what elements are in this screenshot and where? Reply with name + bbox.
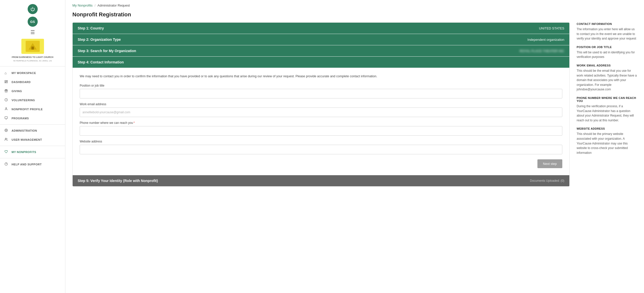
hamburger-menu[interactable]: ☰ <box>30 29 35 35</box>
right-section-phone: PHONE NUMBER WHERE WE CAN REACH YOU Duri… <box>577 96 637 123</box>
sidebar-divider-bottom <box>0 158 65 158</box>
right-section-contact: CONTACT INFORMATION The information you … <box>577 22 637 41</box>
breadcrumb-separator: / <box>95 4 96 7</box>
svg-rect-9 <box>5 117 8 119</box>
sidebar-item-nonprofit-profile[interactable]: NONPROFIT PROFILE <box>0 105 65 114</box>
administration-icon <box>5 129 9 133</box>
org-name: FROM DARKNESS TO LIGHT CHURCH <box>9 56 56 59</box>
step5-label: Step 5: Verify Your Identity (Role with … <box>78 179 158 183</box>
right-position-title: POSITION OR JOB TITLE <box>577 46 637 49</box>
phone-input[interactable] <box>80 126 562 136</box>
form-panel: Step 1: Country UNITED STATES Step 2: Or… <box>72 22 570 187</box>
step5-value: Documents Uploaded: (0) <box>530 179 564 182</box>
power-button[interactable] <box>28 4 38 14</box>
right-section-position: POSITION OR JOB TITLE This will be used … <box>577 46 637 59</box>
users-icon <box>5 138 9 142</box>
sidebar: GS ☰ FROM DARKNESS TO LIGHT CHURCH 50 FA… <box>0 0 65 293</box>
email-input[interactable] <box>80 107 562 117</box>
sidebar-divider-top <box>0 66 65 66</box>
svg-rect-5 <box>6 82 8 83</box>
org-logo <box>21 39 44 54</box>
sidebar-item-my-workspace[interactable]: ⌂ MY WORKSPACE <box>0 68 65 78</box>
org-logo-image <box>26 41 40 52</box>
email-label: Work email address <box>80 102 562 106</box>
step1-label: Step 1: Country <box>78 26 104 30</box>
sidebar-item-volunteering[interactable]: VOLUNTEERING <box>0 96 65 105</box>
breadcrumb: My Nonprofits / Administrator Request <box>65 0 644 9</box>
form-body: We may need to contact you in order to c… <box>73 68 569 175</box>
sidebar-item-administration[interactable]: ADMINISTRATION <box>0 126 65 135</box>
step2-label: Step 2: Organization Type <box>78 38 121 42</box>
phone-field: Phone number where we can reach you* <box>80 121 562 136</box>
step1-value: UNITED STATES <box>539 26 564 30</box>
sidebar-item-help-and-support[interactable]: HELP AND SUPPORT <box>0 160 65 169</box>
position-field: Position or job title <box>80 84 562 98</box>
main-content: My Nonprofits / Administrator Request No… <box>65 0 644 293</box>
content-area: Step 1: Country UNITED STATES Step 2: Or… <box>65 22 644 194</box>
right-website-title: WEBSITE ADDRESS <box>577 127 637 130</box>
email-field: Work email address <box>80 102 562 117</box>
next-step-button[interactable]: Next step <box>537 159 562 168</box>
right-email-title: WORK EMAIL ADDRESS <box>577 64 637 67</box>
home-icon: ⌂ <box>5 71 9 75</box>
profile-icon <box>5 107 9 111</box>
right-contact-title: CONTACT INFORMATION <box>577 22 637 25</box>
form-description: We may need to contact you in order to c… <box>80 74 562 79</box>
step4-label: Step 4: Contact Information <box>78 60 124 64</box>
org-address: 50 FAIRFIELD FLORENCE, SC 29401, US <box>11 59 54 62</box>
right-email-text: This should be the email that you use fo… <box>577 68 637 92</box>
step4-header[interactable]: Step 4: Contact Information <box>73 57 569 68</box>
sidebar-navigation: ⌂ MY WORKSPACE DASHBOARD GIVING VOLUNTEE… <box>0 68 65 169</box>
step1-header[interactable]: Step 1: Country UNITED STATES <box>73 23 569 34</box>
position-label: Position or job title <box>80 84 562 87</box>
help-icon <box>5 162 9 166</box>
step3-label: Step 3: Search for My Organization <box>78 49 136 53</box>
svg-rect-2 <box>31 47 34 50</box>
heart-icon <box>5 150 9 154</box>
website-label: Website address <box>80 140 562 143</box>
phone-label: Phone number where we can reach you* <box>80 121 562 125</box>
svg-point-8 <box>6 108 7 109</box>
step5-header[interactable]: Step 5: Verify Your Identity (Role with … <box>73 175 569 186</box>
breadcrumb-link[interactable]: My Nonprofits <box>72 4 93 7</box>
right-website-text: This should be the primary website assoc… <box>577 132 637 155</box>
website-field: Website address <box>80 140 562 154</box>
svg-point-13 <box>5 138 6 139</box>
sidebar-item-giving[interactable]: GIVING <box>0 87 65 96</box>
svg-rect-3 <box>5 81 6 82</box>
sidebar-item-user-management[interactable]: USER MANAGEMENT <box>0 135 65 144</box>
sidebar-item-programs[interactable]: PROGRAMS <box>0 114 65 123</box>
svg-rect-6 <box>5 82 6 83</box>
right-section-email: WORK EMAIL ADDRESS This should be the em… <box>577 64 637 92</box>
programs-icon <box>5 116 9 120</box>
sidebar-item-dashboard[interactable]: DASHBOARD <box>0 78 65 87</box>
svg-rect-4 <box>6 81 8 81</box>
giving-icon <box>5 89 9 93</box>
step2-value: Independent organization <box>527 38 564 42</box>
volunteering-icon <box>5 98 9 102</box>
sidebar-divider-mid <box>0 124 65 125</box>
step3-value: ROYAL PLACE THEATER INC <box>520 49 564 53</box>
breadcrumb-current: Administrator Request <box>98 4 130 7</box>
svg-point-12 <box>6 130 7 131</box>
sidebar-item-my-nonprofits[interactable]: MY NONPROFITS <box>0 148 65 157</box>
right-contact-text: The information you enter here will allo… <box>577 27 637 41</box>
website-input[interactable] <box>80 145 562 154</box>
required-asterisk: * <box>133 121 135 125</box>
next-step-row: Next step <box>80 158 562 170</box>
avatar[interactable]: GS <box>28 17 38 27</box>
page-title: Nonprofit Registration <box>65 9 644 22</box>
right-position-text: This will be used to aid in identifying … <box>577 50 637 59</box>
right-panel: CONTACT INFORMATION The information you … <box>577 22 637 187</box>
step3-header[interactable]: Step 3: Search for My Organization ROYAL… <box>73 45 569 56</box>
right-section-website: WEBSITE ADDRESS This should be the prima… <box>577 127 637 155</box>
sidebar-divider-mid2 <box>0 146 65 146</box>
dashboard-icon <box>5 80 9 84</box>
position-input[interactable] <box>80 89 562 98</box>
right-phone-text: During the verification process, if a Yo… <box>577 104 637 123</box>
step2-header[interactable]: Step 2: Organization Type Independent or… <box>73 34 569 45</box>
right-phone-title: PHONE NUMBER WHERE WE CAN REACH YOU <box>577 96 637 102</box>
